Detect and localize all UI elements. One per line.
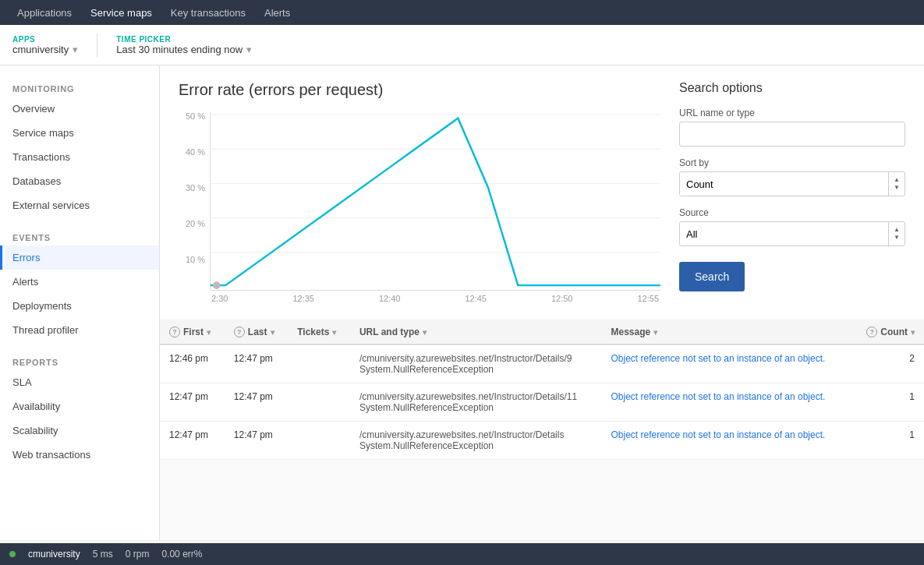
col-count-help-icon: ? bbox=[866, 327, 877, 337]
sidebar-item-external-services[interactable]: External services bbox=[0, 193, 159, 217]
col-first-help-icon: ? bbox=[169, 327, 180, 337]
url-form-group: URL name or type bbox=[679, 108, 905, 147]
sidebar-item-transactions[interactable]: Transactions bbox=[0, 145, 159, 169]
apps-label: APPS bbox=[12, 35, 78, 44]
col-url-label: URL and type bbox=[359, 327, 420, 337]
time-picker-selector[interactable]: TIME PICKER Last 30 minutes ending now ▾ bbox=[116, 35, 252, 55]
source-select[interactable]: All Browser Server bbox=[680, 222, 888, 245]
time-picker-chevron-icon: ▾ bbox=[246, 44, 252, 55]
row-1-tickets bbox=[288, 344, 350, 383]
sidebar-item-databases[interactable]: Databases bbox=[0, 169, 159, 193]
sort-by-up-arrow-icon: ▲ bbox=[894, 177, 900, 183]
col-tickets-label: Tickets bbox=[297, 327, 329, 337]
row-1-last: 12:47 pm bbox=[225, 344, 288, 383]
chart-y-label-20: 20 % bbox=[179, 219, 205, 228]
col-tickets-sort-icon: ▾ bbox=[332, 328, 336, 337]
col-url-sort-icon: ▾ bbox=[423, 328, 427, 337]
apps-value: cmuniversity ▾ bbox=[12, 44, 78, 55]
col-header-count[interactable]: ? Count ▾ bbox=[852, 320, 924, 344]
source-up-arrow-icon: ▲ bbox=[894, 227, 900, 233]
sort-by-down-arrow-icon: ▼ bbox=[894, 185, 900, 191]
table-row: 12:46 pm 12:47 pm /cmuniversity.azureweb… bbox=[160, 344, 924, 383]
col-message-label: Message bbox=[611, 327, 651, 337]
chart-x-label-1250: 12:50 bbox=[551, 294, 573, 303]
row-3-message-link[interactable]: Object reference not set to an instance … bbox=[611, 429, 826, 440]
sidebar-item-scalability[interactable]: Scalability bbox=[0, 418, 159, 443]
errors-table: ? First ▾ ? Last ▾ bbox=[160, 320, 924, 460]
source-select-wrapper: All Browser Server ▲ ▼ bbox=[679, 221, 905, 246]
table-row: 12:47 pm 12:47 pm /cmuniversity.azureweb… bbox=[160, 383, 924, 422]
sidebar-item-service-maps[interactable]: Service maps bbox=[0, 121, 159, 145]
sort-by-select[interactable]: Count Rate Apdex bbox=[680, 172, 888, 196]
table-section: ? First ▾ ? Last ▾ bbox=[160, 320, 924, 460]
table-row: 12:47 pm 12:47 pm /cmuniversity.azureweb… bbox=[160, 422, 924, 460]
row-2-message-link[interactable]: Object reference not set to an instance … bbox=[611, 391, 826, 402]
nav-item-alerts[interactable]: Alerts bbox=[255, 0, 299, 25]
sidebar-item-errors[interactable]: Errors bbox=[0, 245, 159, 270]
col-first-sort-icon: ▾ bbox=[207, 328, 211, 337]
chart-y-label-10: 10 % bbox=[179, 255, 205, 264]
apps-chevron-icon: ▾ bbox=[73, 44, 78, 55]
chart-y-label-50: 50 % bbox=[179, 111, 205, 121]
chart-title: Error rate (errors per request) bbox=[179, 81, 660, 99]
col-header-tickets[interactable]: Tickets ▾ bbox=[288, 320, 350, 344]
row-2-url: /cmuniversity.azurewebsites.net/Instruct… bbox=[350, 383, 602, 422]
url-input[interactable] bbox=[679, 122, 905, 147]
chart-y-labels: 50 % 40 % 30 % 20 % 10 % bbox=[179, 111, 210, 291]
sidebar-item-alerts[interactable]: Alerts bbox=[0, 270, 159, 294]
search-options-panel: Search options URL name or type Sort by … bbox=[679, 81, 905, 303]
nav-item-service-maps[interactable]: Service maps bbox=[81, 0, 161, 25]
monitoring-section-title: MONITORING bbox=[0, 78, 159, 97]
row-1-message-link[interactable]: Object reference not set to an instance … bbox=[611, 353, 826, 364]
chart-x-labels: 2:30 12:35 12:40 12:45 12:50 12:55 bbox=[210, 294, 660, 303]
row-2-message[interactable]: Object reference not set to an instance … bbox=[602, 383, 852, 422]
top-nav: Applications Service maps Key transactio… bbox=[0, 0, 924, 25]
sub-header: APPS cmuniversity ▾ TIME PICKER Last 30 … bbox=[0, 25, 924, 65]
col-last-sort-icon: ▾ bbox=[271, 328, 274, 337]
row-2-tickets bbox=[288, 383, 350, 422]
chart-section: Error rate (errors per request) 50 % 40 … bbox=[160, 65, 924, 319]
sidebar-item-web-transactions[interactable]: Web transactions bbox=[0, 443, 159, 467]
nav-item-key-transactions[interactable]: Key transactions bbox=[161, 0, 255, 25]
row-1-first: 12:46 pm bbox=[160, 344, 225, 383]
events-section-title: EVENTS bbox=[0, 227, 159, 245]
col-header-url[interactable]: URL and type ▾ bbox=[350, 320, 602, 344]
status-rpm: 0 rpm bbox=[126, 549, 150, 560]
url-label: URL name or type bbox=[679, 108, 905, 118]
row-3-tickets bbox=[288, 422, 350, 460]
sidebar: MONITORING Overview Service maps Transac… bbox=[0, 65, 160, 540]
sort-by-arrows: ▲ ▼ bbox=[888, 172, 905, 196]
reports-section-title: REPORTS bbox=[0, 351, 159, 370]
sidebar-item-thread-profiler[interactable]: Thread profiler bbox=[0, 318, 159, 342]
source-form-group: Source All Browser Server ▲ ▼ bbox=[679, 207, 905, 246]
row-1-message[interactable]: Object reference not set to an instance … bbox=[602, 344, 852, 383]
col-header-message[interactable]: Message ▾ bbox=[602, 320, 852, 344]
col-header-last[interactable]: ? Last ▾ bbox=[225, 320, 288, 344]
col-message-sort-icon: ▾ bbox=[653, 328, 657, 337]
row-3-count: 1 bbox=[852, 422, 924, 460]
svg-point-5 bbox=[213, 281, 221, 289]
status-app-name: cmuniversity bbox=[28, 549, 80, 560]
apps-selector[interactable]: APPS cmuniversity ▾ bbox=[12, 35, 78, 55]
row-2-first: 12:47 pm bbox=[160, 383, 225, 422]
chart-x-label-230: 2:30 bbox=[211, 294, 228, 303]
row-2-count: 1 bbox=[852, 383, 924, 422]
sidebar-item-availability[interactable]: Availability bbox=[0, 394, 159, 418]
nav-item-applications[interactable]: Applications bbox=[8, 0, 81, 25]
sort-by-form-group: Sort by Count Rate Apdex ▲ ▼ bbox=[679, 157, 905, 196]
chart-svg-area: 2:30 12:35 12:40 12:45 12:50 12:55 bbox=[210, 111, 660, 303]
col-header-first[interactable]: ? First ▾ bbox=[160, 320, 225, 344]
sidebar-item-overview[interactable]: Overview bbox=[0, 97, 159, 121]
chart-y-label-40: 40 % bbox=[179, 147, 205, 157]
status-dot bbox=[9, 551, 16, 557]
row-1-url: /cmuniversity.azurewebsites.net/Instruct… bbox=[350, 344, 602, 383]
row-3-message[interactable]: Object reference not set to an instance … bbox=[602, 422, 852, 460]
col-last-help-icon: ? bbox=[234, 327, 245, 337]
search-button[interactable]: Search bbox=[679, 262, 745, 291]
row-3-last: 12:47 pm bbox=[225, 422, 288, 460]
sidebar-item-deployments[interactable]: Deployments bbox=[0, 294, 159, 318]
sidebar-item-sla[interactable]: SLA bbox=[0, 370, 159, 394]
chart-y-label-30: 30 % bbox=[179, 183, 205, 192]
row-3-url: /cmuniversity.azurewebsites.net/Instruct… bbox=[350, 422, 602, 460]
chart-x-label-1240: 12:40 bbox=[379, 294, 401, 303]
